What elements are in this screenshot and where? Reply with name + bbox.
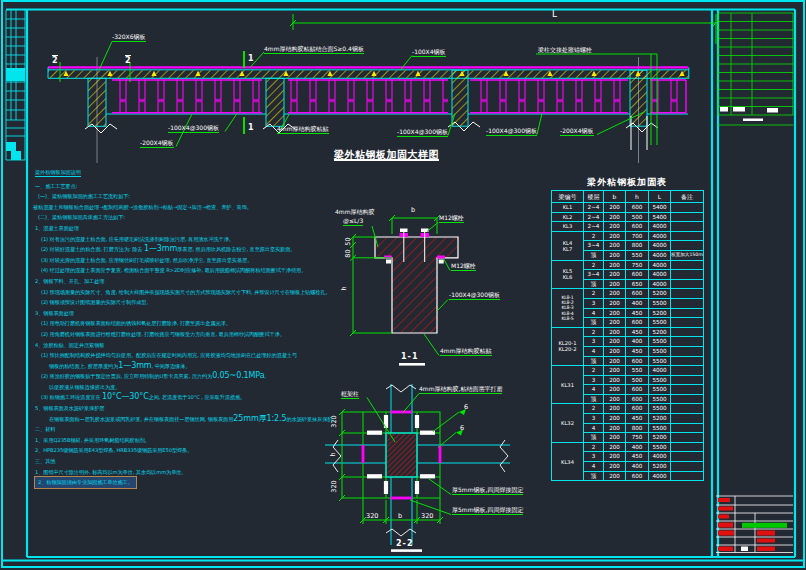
table-cell xyxy=(671,375,704,385)
plate-320x6-label: -320X6钢板 xyxy=(112,33,146,42)
beam-id-cell: KL4KL7 xyxy=(552,231,584,260)
note-line: 一、施工工艺要点: xyxy=(35,181,363,192)
note-line: 被粘混凝土和钢板粘合面处理→配制结构胶→涂敷胶粘剂→粘贴→固定→加压→检查、养护… xyxy=(33,202,363,213)
table-cell: 750 xyxy=(626,260,649,270)
note-line: (一)、梁粘钢板加固的施工工艺流程如下: xyxy=(38,191,363,202)
table-cell: 5200 xyxy=(649,433,671,443)
table-cell: 200 xyxy=(604,279,626,289)
table-cell: 800 xyxy=(626,423,649,433)
steel-strap-plates xyxy=(112,80,686,114)
table-cell: 5200 xyxy=(649,462,671,472)
table-cell xyxy=(671,404,704,414)
table-cell xyxy=(671,394,704,404)
table-cell: 700 xyxy=(626,231,649,241)
table-cell: 4 xyxy=(584,462,604,472)
beam-id-cell: KL20-1KL20-2 xyxy=(552,327,584,365)
table-cell: 200 xyxy=(604,414,626,424)
table-cell: 2 xyxy=(584,442,604,452)
table-cell xyxy=(671,462,704,472)
table-cell: 4000 xyxy=(649,222,671,232)
table-cell: 3 xyxy=(584,414,604,424)
table-cell: 200 xyxy=(604,404,626,414)
table-cell xyxy=(671,241,704,251)
table-cell: 600 xyxy=(626,318,649,328)
note-line: 1、混凝土表面处理 xyxy=(35,223,363,234)
table-cell: 600 xyxy=(626,471,649,481)
table-cell xyxy=(671,279,704,289)
table-cell: 4000 xyxy=(649,270,671,280)
table-cell: 5500 xyxy=(649,423,671,433)
table-row: KL3422004005500 xyxy=(552,442,704,452)
note-line: 3、钢板表面处理 xyxy=(35,308,363,319)
table-cell: 600 xyxy=(626,289,649,299)
table-cell: 5500 xyxy=(649,337,671,347)
table-cell xyxy=(671,289,704,299)
titleblock-signature-table xyxy=(716,496,793,553)
table-cell: 450 xyxy=(626,327,649,337)
plate-100x4-300-left-label: -100X4@300钢板 xyxy=(168,124,219,133)
table-cell: 5400 xyxy=(649,212,671,222)
table-cell: 5200 xyxy=(649,308,671,318)
table-cell: 200 xyxy=(604,366,626,376)
table-cell: 4000 xyxy=(649,452,671,462)
table-cell: 3~4 xyxy=(584,270,604,280)
table-row: KL12~42006005400 xyxy=(552,203,704,213)
beam-id-cell: KL5KL6 xyxy=(552,260,584,289)
selected-text-object[interactable]: 2、粘钢加固须由专业加固施工单位施工。 xyxy=(35,477,136,488)
dim-b-label: b xyxy=(398,513,402,520)
table-cell: 400 xyxy=(626,337,649,347)
table-cell: 5500 xyxy=(649,442,671,452)
beam-id-cell: KL3 xyxy=(552,222,584,232)
plate-5mm-label: 厚5mm钢板,四周焊接固定 xyxy=(452,486,523,495)
table-cell: 500 xyxy=(626,212,649,222)
table-header-cell: 梁编号 xyxy=(552,191,584,203)
plate-100x4-300-label: -100X4@300钢板 xyxy=(449,291,500,300)
table-cell: 4000 xyxy=(649,279,671,289)
cad-drawing-canvas[interactable]: 2 2 1 1 L -320X6钢板 4mm厚结构胶粘贴结合面S≥0.4钢板 -… xyxy=(0,0,806,570)
plate-100x4-300-mid-label: -100X4@300钢板 xyxy=(397,128,448,137)
section-cut-1-label: 1 xyxy=(248,55,254,62)
table-cell: 5500 xyxy=(649,318,671,328)
section-cut-1-label: 1 xyxy=(248,124,254,131)
drawing-title: 梁外粘钢板加固大样图 xyxy=(334,151,439,161)
table-cell: 200 xyxy=(604,250,626,260)
section-cut-2-label: 2 xyxy=(52,55,58,64)
table-cell: 200 xyxy=(604,270,626,280)
note-line: 三、其他 xyxy=(35,456,363,467)
glue-bottom-label: 4mm厚结构胶粘贴 xyxy=(440,347,492,356)
table-header-cell: 楼层 xyxy=(584,191,604,203)
table-cell: 450 xyxy=(626,414,649,424)
table-header-cell: b xyxy=(604,191,626,203)
plate-100x4-label: -100X4钢板 xyxy=(412,48,446,57)
table-header-cell: 备注 xyxy=(671,191,704,203)
table-cell xyxy=(671,260,704,270)
table-cell xyxy=(671,471,704,481)
table-cell: 4000 xyxy=(649,231,671,241)
table-cell: 200 xyxy=(604,375,626,385)
dim-b-label: b xyxy=(411,207,415,214)
bolt-side-label: M12螺栓 xyxy=(451,262,476,271)
table-cell: 4000 xyxy=(649,366,671,376)
table-cell: 5500 xyxy=(649,346,671,356)
table-cell: 650 xyxy=(626,279,649,289)
section-title-underline xyxy=(391,549,422,552)
table-cell: 顶 xyxy=(584,356,604,366)
table-cell: 5500 xyxy=(649,385,671,395)
table-cell: 5500 xyxy=(649,375,671,385)
note-line: 2、HPB235级钢筋采用E43型焊条, HRB335级钢筋采用E50型焊条。 xyxy=(35,445,363,456)
plate-200x4-left-label: -200X4钢板 xyxy=(140,139,174,148)
table-cell: 2 xyxy=(584,231,604,241)
table-cell: 顶 xyxy=(584,471,604,481)
table-cell: 4000 xyxy=(649,250,671,260)
table-cell: 4 xyxy=(584,423,604,433)
beam-id-cell: KL1 xyxy=(552,203,584,213)
table-cell: 600 xyxy=(626,356,649,366)
titleblock-revision-grid xyxy=(718,13,793,125)
table-cell: 200 xyxy=(604,260,626,270)
table-cell: 2 xyxy=(584,366,604,376)
table-cell xyxy=(671,337,704,347)
table-cell: 450 xyxy=(626,346,649,356)
table-cell: 2 xyxy=(584,289,604,299)
table-cell: 顶 xyxy=(584,279,604,289)
section-title-underline xyxy=(399,363,425,366)
